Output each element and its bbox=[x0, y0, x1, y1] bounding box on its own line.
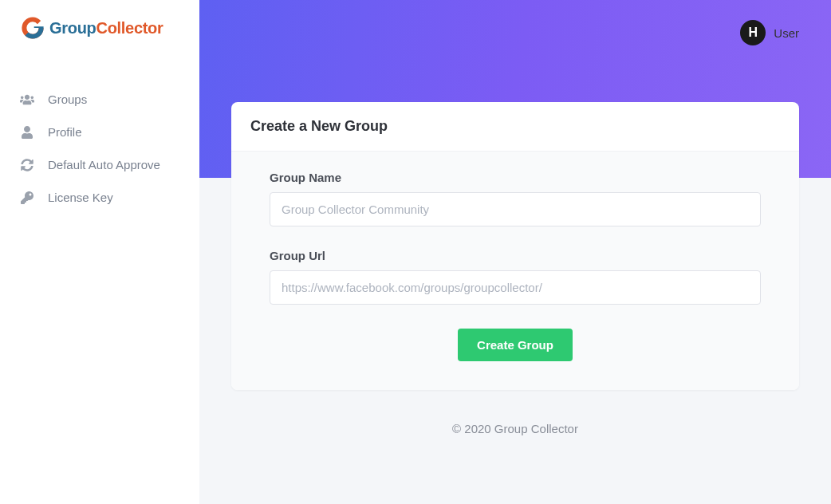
sidebar-item-profile[interactable]: Profile bbox=[0, 116, 199, 148]
group-url-input[interactable] bbox=[270, 270, 761, 305]
sidebar-item-default-auto-approve[interactable]: Default Auto Approve bbox=[0, 148, 199, 181]
logo-text: GroupCollector bbox=[49, 19, 163, 37]
footer-text: © 2020 Group Collector bbox=[452, 422, 578, 435]
sidebar-item-groups[interactable]: Groups bbox=[0, 83, 199, 116]
sidebar-item-license-key[interactable]: License Key bbox=[0, 181, 199, 214]
sidebar-nav: Groups Profile Default Auto Approve Lice… bbox=[0, 59, 199, 214]
card-header: Create a New Group bbox=[231, 102, 799, 152]
sidebar-item-label: License Key bbox=[48, 191, 113, 204]
group-name-label: Group Name bbox=[270, 171, 761, 184]
create-group-button[interactable]: Create Group bbox=[458, 329, 573, 361]
group-url-label: Group Url bbox=[270, 249, 761, 262]
logo[interactable]: GroupCollector bbox=[0, 0, 199, 59]
sidebar-item-label: Default Auto Approve bbox=[48, 158, 160, 171]
content: Create a New Group Group Name Group Url … bbox=[199, 48, 831, 504]
username[interactable]: User bbox=[774, 26, 799, 40]
key-icon bbox=[19, 191, 35, 204]
user-icon bbox=[19, 126, 35, 139]
footer: © 2020 Group Collector bbox=[231, 390, 799, 467]
form-group-url: Group Url bbox=[270, 249, 761, 305]
form-group-name: Group Name bbox=[270, 171, 761, 226]
create-group-card: Create a New Group Group Name Group Url … bbox=[231, 102, 799, 390]
sidebar-item-label: Groups bbox=[48, 93, 87, 106]
group-name-input[interactable] bbox=[270, 192, 761, 226]
users-icon bbox=[19, 93, 35, 106]
main: H User Create a New Group Group Name Gro… bbox=[199, 0, 831, 504]
sync-icon bbox=[19, 159, 35, 171]
sidebar-item-label: Profile bbox=[48, 125, 82, 139]
card-body: Group Name Group Url Create Group bbox=[231, 152, 799, 390]
avatar[interactable]: H bbox=[740, 20, 766, 45]
card-title: Create a New Group bbox=[250, 118, 780, 135]
form-actions: Create Group bbox=[270, 329, 761, 361]
logo-g-icon bbox=[19, 14, 46, 41]
sidebar: GroupCollector Groups Profile Default Au… bbox=[0, 0, 199, 504]
header: H User bbox=[199, 0, 831, 48]
